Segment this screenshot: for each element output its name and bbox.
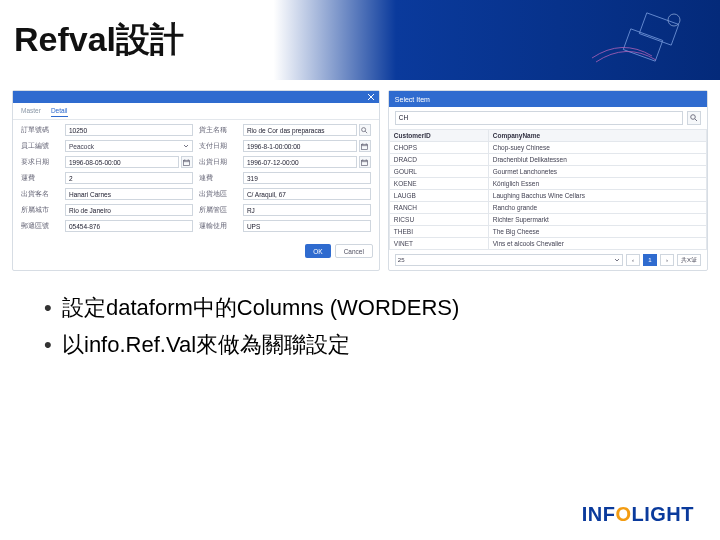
text-input[interactable]: C/ Araquil, 67 — [243, 188, 371, 200]
text-input[interactable]: RJ — [243, 204, 371, 216]
pager-total: 共X筆 — [677, 254, 701, 266]
banner-decoration — [582, 8, 702, 72]
search-row: CH — [389, 107, 707, 129]
table-cell: Gourmet Lanchonetes — [488, 166, 706, 178]
svg-line-4 — [366, 131, 368, 133]
cancel-button[interactable]: Cancel — [335, 244, 373, 258]
text-input[interactable]: 1996-07-12-00:00 — [243, 156, 357, 168]
results-table: CustomerID CompanyName CHOPSChop-suey Ch… — [389, 129, 707, 250]
cal-icon[interactable] — [359, 156, 371, 168]
cal-icon[interactable] — [181, 156, 193, 168]
bullet-list: 設定dataform中的Columns (WORDERS) 以info.Ref.… — [0, 275, 720, 378]
field-label: 支付日期 — [199, 142, 237, 151]
text-input[interactable]: Rio de Cor das preparacas — [243, 124, 357, 136]
field-wrap: UPS — [243, 220, 371, 232]
infolight-logo: INFOLIGHT — [582, 503, 694, 526]
field-wrap: 05454-876 — [65, 220, 193, 232]
field-label: 出貨日期 — [199, 158, 237, 167]
title-banner: Refval設計 — [0, 0, 720, 80]
text-input[interactable]: 10250 — [65, 124, 193, 136]
field-wrap: C/ Araquil, 67 — [243, 188, 371, 200]
pager-next[interactable]: › — [660, 254, 674, 266]
page-title: Refval設計 — [14, 17, 184, 63]
text-input[interactable]: 05454-876 — [65, 220, 193, 232]
text-input[interactable]: 319 — [243, 172, 371, 184]
page-size-select[interactable]: 25 — [395, 254, 623, 266]
table-cell: CHOPS — [389, 142, 488, 154]
table-cell: Rancho grande — [488, 202, 706, 214]
tab-master[interactable]: Master — [21, 107, 41, 117]
search-icon[interactable] — [359, 124, 371, 136]
field-label: 貨主名稱 — [199, 126, 237, 135]
tab-detail[interactable]: Detail — [51, 107, 68, 117]
pager: 25 ‹ 1 › 共X筆 — [389, 250, 707, 270]
bullet-1: 設定dataform中的Columns (WORDERS) — [40, 289, 680, 326]
ok-button[interactable]: OK — [305, 244, 330, 258]
table-row[interactable]: CHOPSChop-suey Chinese — [389, 142, 706, 154]
table-cell: THEBI — [389, 226, 488, 238]
table-row[interactable]: THEBIThe Big Cheese — [389, 226, 706, 238]
field-wrap: 1996-08-05-00:00 — [65, 156, 193, 168]
field-label: 運輸使用 — [199, 222, 237, 231]
svg-point-3 — [362, 127, 366, 131]
table-cell: Königlich Essen — [488, 178, 706, 190]
cal-icon[interactable] — [359, 140, 371, 152]
svg-point-2 — [668, 14, 680, 26]
table-cell: KOENE — [389, 178, 488, 190]
table-row[interactable]: LAUGBLaughing Bacchus Wine Cellars — [389, 190, 706, 202]
table-cell: Laughing Bacchus Wine Cellars — [488, 190, 706, 202]
search-input[interactable]: CH — [395, 111, 683, 125]
field-wrap: Peacock — [65, 140, 193, 152]
table-cell: RICSU — [389, 214, 488, 226]
text-input[interactable]: 2 — [65, 172, 193, 184]
tabs: Master Detail — [13, 103, 379, 120]
field-label: 出貨地區 — [199, 190, 237, 199]
table-cell: GOURL — [389, 166, 488, 178]
field-label: 訂單號碼 — [21, 126, 59, 135]
table-row[interactable]: RANCHRancho grande — [389, 202, 706, 214]
field-wrap: 10250 — [65, 124, 193, 136]
table-row[interactable]: RICSURichter Supermarkt — [389, 214, 706, 226]
close-icon[interactable] — [367, 93, 375, 101]
col-customerid[interactable]: CustomerID — [389, 130, 488, 142]
field-label: 出貨客名 — [21, 190, 59, 199]
pager-current[interactable]: 1 — [643, 254, 657, 266]
field-wrap: 2 — [65, 172, 193, 184]
form-footer: OK Cancel — [13, 240, 379, 262]
table-cell: Richter Supermarkt — [488, 214, 706, 226]
field-wrap: Hanari Carnes — [65, 188, 193, 200]
field-label: 運費 — [21, 174, 59, 183]
table-row[interactable]: GOURLGourmet Lanchonetes — [389, 166, 706, 178]
text-input[interactable]: UPS — [243, 220, 371, 232]
table-cell: Drachenblut Delikatessen — [488, 154, 706, 166]
svg-point-17 — [691, 115, 696, 120]
field-wrap: Rio de Janeiro — [65, 204, 193, 216]
table-row[interactable]: VINETVins et alcools Chevalier — [389, 238, 706, 250]
form-panel-titlebar — [13, 91, 379, 103]
field-label: 連費 — [199, 174, 237, 183]
select-item-panel: Select Item CH CustomerID CompanyName CH… — [388, 90, 708, 271]
select-input[interactable]: Peacock — [65, 140, 193, 152]
form-panel: Master Detail 訂單號碼10250貨主名稱Rio de Cor da… — [12, 90, 380, 271]
field-label: 所屬管區 — [199, 206, 237, 215]
table-row[interactable]: DRACDDrachenblut Delikatessen — [389, 154, 706, 166]
search-icon[interactable] — [687, 111, 701, 125]
field-label: 員工編號 — [21, 142, 59, 151]
bullet-2: 以info.Ref.Val來做為關聯設定 — [40, 326, 680, 363]
svg-rect-13 — [362, 160, 368, 165]
table-cell: LAUGB — [389, 190, 488, 202]
table-row[interactable]: KOENEKöniglich Essen — [389, 178, 706, 190]
text-input[interactable]: 1996-8-1-00:00:00 — [243, 140, 357, 152]
table-cell: Vins et alcools Chevalier — [488, 238, 706, 250]
svg-rect-1 — [623, 29, 662, 61]
table-cell: VINET — [389, 238, 488, 250]
pager-prev[interactable]: ‹ — [626, 254, 640, 266]
text-input[interactable]: Hanari Carnes — [65, 188, 193, 200]
field-label: 要求日期 — [21, 158, 59, 167]
text-input[interactable]: 1996-08-05-00:00 — [65, 156, 179, 168]
svg-rect-9 — [184, 160, 190, 165]
field-wrap: RJ — [243, 204, 371, 216]
text-input[interactable]: Rio de Janeiro — [65, 204, 193, 216]
field-wrap: 1996-07-12-00:00 — [243, 156, 371, 168]
col-companyname[interactable]: CompanyName — [488, 130, 706, 142]
